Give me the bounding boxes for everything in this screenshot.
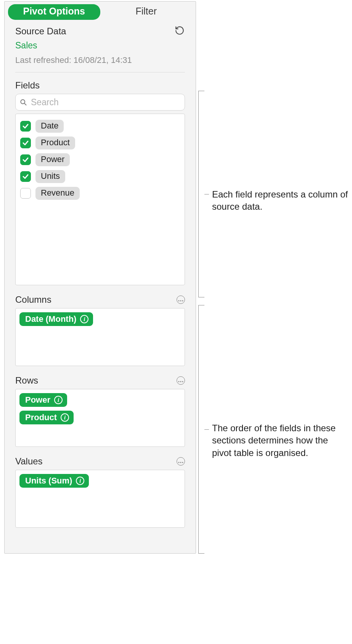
rows-more-button[interactable] — [177, 376, 185, 385]
field-row-units: Units — [19, 168, 181, 185]
svg-point-10 — [182, 462, 183, 463]
svg-point-5 — [178, 381, 180, 382]
divider — [15, 72, 185, 72]
svg-point-7 — [182, 381, 183, 382]
field-pill-revenue[interactable]: Revenue — [35, 187, 80, 200]
refresh-button[interactable] — [174, 26, 185, 37]
field-checkbox-power[interactable] — [20, 154, 31, 165]
tag-label: Date (Month) — [25, 314, 76, 324]
info-icon[interactable]: i — [76, 477, 84, 485]
more-icon — [178, 296, 183, 303]
search-input[interactable] — [30, 97, 181, 108]
search-icon — [19, 98, 27, 106]
values-dropzone[interactable]: Units (Sum) i — [15, 470, 185, 528]
field-row-power: Power — [19, 151, 181, 168]
bracket-zones-tick — [204, 429, 209, 430]
refresh-icon — [175, 26, 185, 37]
svg-point-6 — [180, 381, 182, 382]
field-checkbox-units[interactable] — [20, 171, 31, 182]
field-checkbox-product[interactable] — [20, 138, 31, 148]
tag-label: Units (Sum) — [25, 476, 72, 486]
columns-dropzone[interactable]: Date (Month) i — [15, 308, 185, 366]
info-icon[interactable]: i — [54, 396, 63, 404]
source-data-name: Sales — [15, 40, 185, 51]
svg-point-2 — [178, 300, 180, 302]
rows-title: Rows — [15, 375, 38, 386]
svg-point-4 — [182, 300, 183, 302]
more-icon — [178, 377, 183, 384]
callout-fields: Each field represents a column of source… — [212, 188, 349, 213]
field-row-product: Product — [19, 135, 181, 151]
tag-label: Product — [25, 413, 57, 422]
rows-tag-power[interactable]: Power i — [19, 393, 67, 407]
last-refreshed-label: Last refreshed: 16/08/21, 14:31 — [15, 55, 185, 65]
rows-dropzone[interactable]: Power i Product i — [15, 389, 185, 447]
fields-list[interactable]: Date Product Power — [15, 114, 185, 285]
field-pill-product[interactable]: Product — [35, 137, 75, 149]
bracket-fields-tick — [204, 194, 209, 194]
info-icon[interactable]: i — [80, 315, 88, 323]
field-checkbox-date[interactable] — [20, 121, 31, 132]
values-title: Values — [15, 456, 43, 467]
field-row-revenue: Revenue — [19, 185, 181, 202]
svg-line-1 — [24, 103, 26, 105]
svg-point-8 — [178, 462, 180, 463]
info-icon[interactable]: i — [61, 413, 69, 422]
bracket-fields — [198, 91, 204, 297]
field-checkbox-revenue[interactable] — [20, 188, 31, 199]
bracket-zones — [198, 305, 204, 554]
values-more-button[interactable] — [177, 457, 185, 466]
source-data-title: Source Data — [15, 26, 66, 37]
field-pill-power[interactable]: Power — [35, 153, 70, 166]
svg-point-9 — [180, 462, 182, 463]
tab-filter[interactable]: Filter — [100, 4, 193, 20]
fields-title: Fields — [15, 80, 185, 91]
tab-pivot-options[interactable]: Pivot Options — [8, 4, 100, 20]
callout-zones: The order of the fields in these section… — [212, 422, 349, 459]
svg-point-3 — [180, 300, 182, 302]
pivot-options-panel: Pivot Options Filter Source Data Sales L… — [4, 1, 196, 554]
field-row-date: Date — [19, 118, 181, 135]
field-pill-date[interactable]: Date — [35, 120, 64, 133]
rows-tag-product[interactable]: Product i — [19, 411, 74, 424]
columns-more-button[interactable] — [177, 296, 185, 304]
columns-title: Columns — [15, 294, 51, 305]
values-tag-units-sum[interactable]: Units (Sum) i — [19, 474, 89, 488]
tag-label: Power — [25, 395, 50, 405]
tab-bar: Pivot Options Filter — [5, 2, 196, 20]
more-icon — [178, 458, 183, 465]
fields-search[interactable] — [15, 94, 185, 111]
columns-tag-date-month[interactable]: Date (Month) i — [19, 312, 93, 326]
field-pill-units[interactable]: Units — [35, 170, 65, 183]
